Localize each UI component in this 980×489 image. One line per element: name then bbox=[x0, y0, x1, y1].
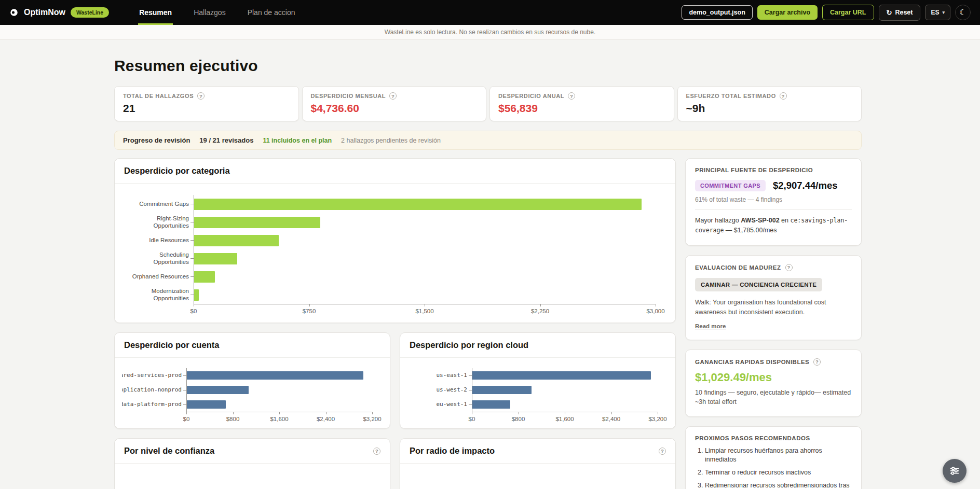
bar bbox=[194, 271, 215, 283]
stat-label: ESFUERZO TOTAL ESTIMADO bbox=[686, 93, 776, 99]
bar bbox=[194, 289, 199, 301]
read-more-link[interactable]: Read more bbox=[695, 323, 726, 329]
stat-value: 21 bbox=[123, 102, 290, 115]
stat-value: ~9h bbox=[686, 102, 853, 115]
waste-amount: $2,907.44/mes bbox=[773, 180, 837, 191]
axis-tick-label: $750 bbox=[303, 308, 316, 314]
axis-tick-label: $3,000 bbox=[646, 308, 664, 314]
bar bbox=[187, 371, 363, 380]
review-progress-strip: Progreso de revisión 19 / 21 revisados 1… bbox=[114, 131, 862, 150]
category-chart-card: Desperdicio por categoria Commitment Gap… bbox=[114, 158, 676, 323]
stat-label: TOTAL DE HALLAZGOS bbox=[123, 93, 194, 99]
stat-card-total-effort: ESFUERZO TOTAL ESTIMADO? ~9h bbox=[677, 86, 862, 121]
help-icon[interactable]: ? bbox=[389, 92, 397, 100]
help-icon[interactable]: ? bbox=[373, 448, 380, 455]
theme-toggle-button[interactable]: ☾ bbox=[955, 5, 971, 20]
progress-reviewed: 19 / 21 revisados bbox=[199, 136, 253, 144]
chart-ylabel: Orphaned Resources bbox=[123, 273, 190, 280]
chart-title: Por nivel de confianza bbox=[124, 446, 214, 456]
chart-ylabel: Idle Resources bbox=[123, 237, 190, 244]
stats-row: TOTAL DE HALLAZGOS? 21 DESPERDICIO MENSU… bbox=[114, 86, 862, 121]
loaded-file-chip: demo_output.json bbox=[682, 5, 752, 20]
stat-value: $56,839 bbox=[498, 102, 665, 115]
help-icon[interactable]: ? bbox=[568, 92, 575, 100]
help-icon[interactable]: ? bbox=[780, 92, 787, 100]
card-title: PROXIMOS PASOS RECOMENDADOS bbox=[695, 435, 810, 441]
stat-label: DESPERDICIO ANUAL bbox=[498, 93, 564, 99]
next-step-item: Limpiar recursos huérfanos para ahorros … bbox=[705, 446, 852, 464]
stat-label: DESPERDICIO MENSUAL bbox=[311, 93, 386, 99]
top-finding-detail: Mayor hallazgo AWS-SP-002 en ce:savings-… bbox=[695, 216, 852, 236]
maturity-text: Walk: Your organisation has foundational… bbox=[695, 298, 852, 318]
x-axis: $0$750$1,500$2,250$3,000 bbox=[194, 304, 656, 316]
category-pill: COMMITMENT GAPS bbox=[695, 180, 766, 191]
impact-chart-card: Por radio de impacto ? bbox=[400, 438, 676, 489]
help-icon[interactable]: ? bbox=[785, 264, 793, 271]
page-title: Resumen ejecutivo bbox=[114, 57, 862, 75]
axis-tick-label: $800 bbox=[226, 416, 240, 422]
next-step-item: Terminar o reducir recursos inactivos bbox=[705, 468, 852, 477]
tab-resumen[interactable]: Resumen bbox=[138, 0, 173, 25]
brand-name: OptimNow bbox=[24, 8, 65, 17]
chart-ylabel: data-platform-prod bbox=[122, 397, 183, 412]
next-steps-card: PROXIMOS PASOS RECOMENDADOS Limpiar recu… bbox=[685, 426, 862, 489]
quick-wins-amount: $1,029.49/mes bbox=[695, 371, 852, 384]
reset-button[interactable]: ↻ Reset bbox=[879, 5, 921, 21]
navbar: OptimNow WasteLine ResumenHallazgosPlan … bbox=[0, 0, 980, 25]
chart-ylabel: Commitment Gaps bbox=[123, 201, 190, 207]
confidence-chart-card: Por nivel de confianza ? bbox=[114, 438, 390, 489]
account-bar-chart: shared-services-prodapplication-nonprodd… bbox=[115, 358, 390, 428]
help-icon[interactable]: ? bbox=[813, 358, 821, 366]
progress-label: Progreso de revisión bbox=[123, 136, 190, 144]
bar bbox=[194, 199, 642, 210]
bar bbox=[472, 400, 510, 409]
axis-tick-label: $1,500 bbox=[415, 308, 433, 314]
floating-widget-button[interactable] bbox=[943, 459, 967, 483]
chart-title: Por radio de impacto bbox=[410, 446, 495, 456]
chart-ylabel: shared-services-prod bbox=[122, 368, 183, 383]
sliders-icon bbox=[949, 465, 960, 477]
axis-tick-label: $2,400 bbox=[317, 416, 335, 422]
logo-icon bbox=[9, 8, 19, 17]
chart-ylabel: us-west-2 bbox=[407, 383, 469, 397]
quick-wins-text: 10 findings — seguro, ejecutable y rápid… bbox=[695, 388, 852, 408]
axis-tick-label: $3,200 bbox=[363, 416, 381, 422]
stat-card-total-findings: TOTAL DE HALLAZGOS? 21 bbox=[114, 86, 299, 121]
axis-tick-label: $1,600 bbox=[555, 416, 574, 422]
wasteline-badge: WasteLine bbox=[71, 7, 109, 18]
help-icon[interactable]: ? bbox=[659, 448, 666, 455]
next-steps-list: Limpiar recursos huérfanos para ahorros … bbox=[695, 446, 852, 489]
tab-hallazgos[interactable]: Hallazgos bbox=[193, 0, 226, 25]
axis-tick-label: $0 bbox=[190, 308, 197, 314]
card-title: EVALUACION DE MADUREZ bbox=[695, 264, 781, 271]
language-value: ES bbox=[931, 9, 939, 16]
category-bar-chart: Commitment GapsRight-Sizing Opportunitie… bbox=[115, 184, 675, 323]
chart-title: Desperdicio por cuenta bbox=[124, 340, 219, 350]
maturity-card: EVALUACION DE MADUREZ ? CAMINAR — CONCIE… bbox=[685, 255, 862, 340]
x-axis: $0$800$1,600$2,400$3,200 bbox=[472, 412, 658, 423]
bar bbox=[472, 386, 532, 394]
region-chart-card: Desperdicio por region cloud us-east-1us… bbox=[400, 332, 676, 429]
bar bbox=[194, 235, 279, 246]
tab-plan-de-accion[interactable]: Plan de accion bbox=[247, 0, 296, 25]
moon-icon: ☾ bbox=[959, 8, 966, 17]
x-axis: $0$800$1,600$2,400$3,200 bbox=[186, 412, 372, 423]
bar bbox=[187, 386, 249, 394]
load-file-button[interactable]: Cargar archivo bbox=[757, 5, 818, 20]
help-icon[interactable]: ? bbox=[197, 92, 205, 100]
divider bbox=[695, 209, 852, 210]
language-select[interactable]: ES ▾ bbox=[925, 5, 950, 20]
next-step-item: Redimensionar recursos sobredimensionado… bbox=[705, 481, 852, 489]
sidebar: PRINCIPAL FUENTE DE DESPERDICIO COMMITME… bbox=[685, 158, 862, 489]
quick-wins-card: GANANCIAS RAPIDAS DISPONIBLES ? $1,029.4… bbox=[685, 350, 862, 417]
waste-subtext: 61% of total waste — 4 findings bbox=[695, 196, 852, 203]
stat-value: $4,736.60 bbox=[311, 102, 478, 115]
bar bbox=[194, 217, 320, 228]
progress-included: 11 incluidos en el plan bbox=[263, 137, 332, 144]
load-url-button[interactable]: Cargar URL bbox=[822, 5, 874, 20]
axis-tick-label: $800 bbox=[512, 416, 525, 422]
chart-title: Desperdicio por categoria bbox=[124, 166, 230, 176]
axis-tick-label: $0 bbox=[469, 416, 475, 422]
readonly-banner: WasteLine es solo lectura. No se realiza… bbox=[0, 25, 980, 40]
account-chart-card: Desperdicio por cuenta shared-services-p… bbox=[114, 332, 390, 429]
